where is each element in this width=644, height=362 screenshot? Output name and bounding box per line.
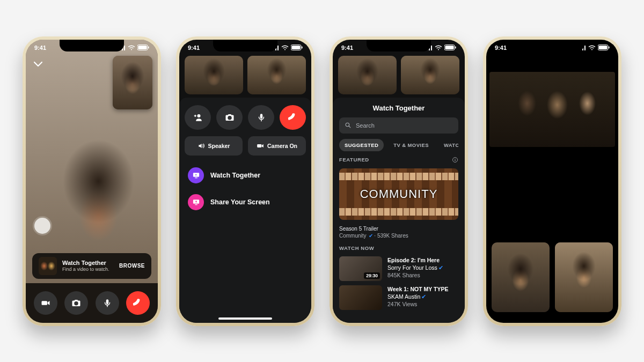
- flip-camera-button[interactable]: [64, 291, 88, 315]
- video-tile[interactable]: [555, 242, 613, 312]
- search-input[interactable]: Search: [339, 117, 458, 134]
- svg-rect-23: [431, 46, 432, 50]
- featured-banner[interactable]: COMMUNITY: [339, 168, 458, 220]
- svg-point-29: [455, 158, 455, 159]
- share-screen-item[interactable]: Share Your Screen: [185, 189, 306, 216]
- video-thumb: [339, 285, 382, 310]
- status-time: 9:41: [495, 45, 507, 51]
- status-time: 9:41: [341, 45, 353, 51]
- video-tile[interactable]: [338, 56, 397, 94]
- mute-button[interactable]: [96, 291, 119, 315]
- wifi-icon: [435, 45, 442, 50]
- speaker-icon: [197, 142, 205, 150]
- camera-label: Camera On: [267, 143, 297, 149]
- svg-rect-26: [455, 47, 456, 49]
- svg-rect-25: [445, 46, 454, 49]
- search-icon: [345, 122, 352, 129]
- capture-button[interactable]: [34, 218, 50, 234]
- phone-call-screen: 9:41 Watch Together Find a video to watc…: [23, 36, 161, 326]
- speaker-label: Speaker: [208, 143, 230, 149]
- notch: [60, 40, 124, 51]
- collapse-chevron-icon[interactable]: [32, 58, 44, 70]
- watch-item[interactable]: Week 1: NOT MY TYPE SKAM Austin✔ 247K Vi…: [339, 285, 458, 310]
- mute-button[interactable]: [248, 105, 274, 130]
- share-screen-icon: [188, 194, 204, 210]
- svg-rect-5: [138, 46, 147, 49]
- video-tiles: [492, 242, 613, 312]
- end-call-button[interactable]: [280, 105, 306, 130]
- phone-call-options-screen: 9:41: [176, 36, 314, 326]
- video-sub: 247K Views: [387, 300, 448, 308]
- svg-rect-34: [584, 46, 586, 50]
- svg-rect-30: [455, 159, 456, 161]
- category-tabs: SUGGESTED TV & MOVIES WATCHED U: [339, 139, 458, 151]
- video-tiles: [333, 56, 465, 94]
- watch-together-label: Watch Together: [210, 172, 260, 179]
- tab-suggested[interactable]: SUGGESTED: [339, 139, 384, 151]
- home-indicator[interactable]: [218, 317, 272, 320]
- tab-tv-movies[interactable]: TV & MOVIES: [388, 139, 434, 151]
- battery-icon: [291, 45, 303, 50]
- featured-section-label: FEATURED: [339, 157, 369, 162]
- flip-camera-button[interactable]: [216, 105, 243, 130]
- featured-shares: 539K Shares: [377, 233, 408, 239]
- video-tiles: [179, 56, 311, 94]
- video-sub: 845K Shares: [387, 271, 444, 279]
- video-tile[interactable]: [401, 56, 459, 94]
- svg-rect-36: [599, 46, 608, 49]
- video-source: SKAM Austin: [387, 293, 420, 300]
- video-title: Week 1: NOT MY TYPE: [387, 285, 448, 293]
- video-thumb: 29:30: [339, 256, 382, 281]
- video-source: Sorry For Your Loss: [387, 264, 437, 271]
- add-person-button[interactable]: [185, 105, 211, 130]
- svg-rect-11: [277, 46, 279, 50]
- svg-rect-17: [195, 178, 197, 178]
- share-screen-label: Share Your Screen: [210, 198, 270, 206]
- wifi-icon: [588, 45, 596, 50]
- featured-title: Season 5 Trailer: [339, 225, 458, 233]
- shared-video-player[interactable]: [489, 72, 615, 147]
- video-toggle-button[interactable]: [34, 291, 57, 315]
- svg-rect-14: [302, 47, 303, 49]
- phone-watch-together-screen: 9:41 Watch Together Search SUGGESTED TV …: [330, 36, 468, 326]
- camera-on-button[interactable]: Camera On: [248, 136, 306, 156]
- options-panel: Speaker Camera On Watch Together: [179, 98, 311, 323]
- battery-icon: [598, 45, 610, 50]
- tab-watched[interactable]: WATCHED: [438, 139, 458, 151]
- status-time: 9:41: [34, 45, 46, 51]
- video-tile[interactable]: [185, 56, 243, 94]
- self-video-pip[interactable]: [113, 56, 152, 109]
- svg-point-27: [346, 123, 349, 127]
- watch-together-subtitle: Find a video to watch.: [62, 267, 114, 272]
- verified-icon: ✔: [438, 264, 443, 271]
- watch-together-card[interactable]: Watch Together Find a video to watch. BR…: [32, 253, 151, 279]
- verified-icon: ✔: [369, 233, 373, 239]
- battery-icon: [444, 45, 456, 50]
- video-tile[interactable]: [492, 242, 550, 312]
- video-tile[interactable]: [247, 56, 306, 94]
- browse-button[interactable]: BROWSE: [119, 263, 145, 269]
- video-title: Episode 2: I'm Here: [387, 256, 444, 264]
- tv-icon: [188, 167, 204, 183]
- svg-rect-19: [195, 204, 197, 205]
- end-call-button[interactable]: [126, 291, 150, 315]
- info-icon[interactable]: [452, 157, 458, 163]
- watch-item[interactable]: 29:30 Episode 2: I'm Here Sorry For Your…: [339, 256, 458, 281]
- watchnow-section-label: WATCH NOW: [339, 245, 374, 251]
- watch-together-panel: Watch Together Search SUGGESTED TV & MOV…: [333, 98, 465, 323]
- battery-icon: [137, 45, 149, 50]
- featured-meta: Season 5 Trailer Community ✔· 539K Share…: [339, 225, 458, 240]
- watch-together-title: Watch Together: [62, 260, 114, 267]
- call-dock: [26, 283, 158, 323]
- watch-together-item[interactable]: Watch Together: [185, 162, 306, 189]
- status-time: 9:41: [188, 45, 200, 51]
- svg-point-7: [143, 100, 146, 102]
- notch: [213, 40, 277, 51]
- svg-rect-13: [292, 46, 301, 49]
- duration-badge: 29:30: [364, 272, 380, 279]
- watch-together-thumb: [39, 257, 57, 275]
- speaker-button[interactable]: Speaker: [185, 136, 243, 156]
- wifi-icon: [128, 45, 135, 50]
- effects-icon[interactable]: [140, 97, 149, 106]
- verified-icon: ✔: [421, 293, 426, 300]
